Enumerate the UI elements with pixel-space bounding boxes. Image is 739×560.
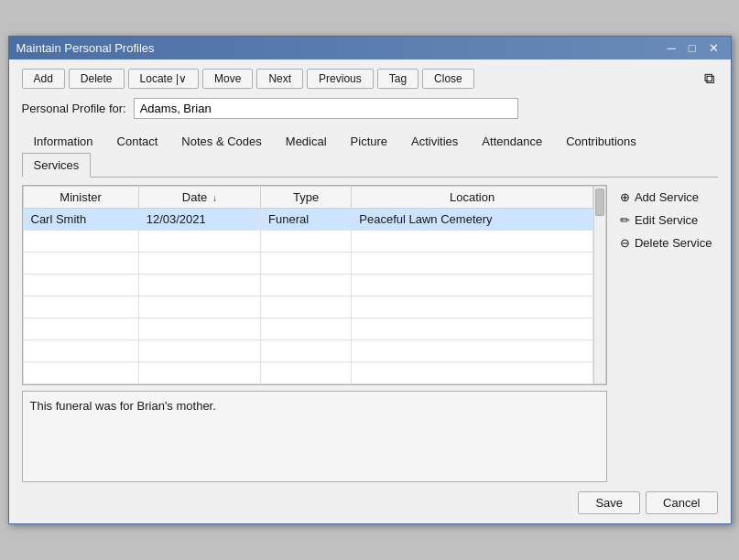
cell-minister — [23, 253, 138, 275]
table-row[interactable] — [23, 340, 592, 362]
cell-location — [352, 275, 593, 296]
locate-button[interactable]: Locate |∨ — [128, 69, 199, 89]
edit-service-button[interactable]: ✏ Edit Service — [614, 210, 718, 231]
scrollbar[interactable] — [593, 186, 606, 384]
col-type: Type — [261, 187, 352, 209]
tab-activities[interactable]: Activities — [399, 129, 470, 153]
table-row[interactable]: Carl Smith 12/03/2021 Funeral Peaceful L… — [23, 209, 592, 231]
table-body: Carl Smith 12/03/2021 Funeral Peaceful L… — [23, 209, 592, 384]
cell-location — [352, 362, 593, 384]
cell-date — [138, 296, 260, 318]
cell-type — [261, 275, 352, 296]
col-date[interactable]: Date ↓ — [138, 187, 260, 209]
delete-service-label: Delete Service — [635, 236, 712, 250]
minimize-button[interactable]: ─ — [662, 41, 679, 55]
table-header-row: Minister Date ↓ Type — [23, 187, 592, 209]
notes-text: This funeral was for Brian's mother. — [30, 399, 216, 413]
scrollbar-thumb[interactable] — [595, 188, 604, 216]
delete-icon: ⊖ — [620, 236, 630, 250]
cell-date: 12/03/2021 — [138, 209, 260, 231]
cell-location: Peaceful Lawn Cemetery — [352, 209, 593, 231]
tab-services[interactable]: Services — [22, 153, 92, 178]
table-row[interactable] — [23, 296, 592, 318]
tag-button[interactable]: Tag — [377, 69, 418, 89]
save-button[interactable]: Save — [578, 491, 640, 514]
services-table-container: Minister Date ↓ Type — [22, 185, 607, 385]
cell-type — [261, 318, 352, 340]
cell-minister — [23, 275, 138, 296]
table-row[interactable] — [23, 318, 592, 340]
maximize-icon[interactable]: ⧉ — [701, 69, 718, 89]
col-location: Location — [352, 187, 593, 209]
cell-minister — [23, 318, 138, 340]
cell-type — [261, 253, 352, 275]
add-icon: ⊕ — [620, 190, 630, 204]
cell-location — [352, 318, 593, 340]
add-service-button[interactable]: ⊕ Add Service — [614, 187, 718, 208]
delete-button[interactable]: Delete — [69, 69, 125, 89]
toolbar-close-button[interactable]: Close — [422, 69, 474, 89]
cell-date — [138, 275, 260, 296]
edit-icon: ✏ — [620, 213, 630, 227]
tab-information[interactable]: Information — [22, 129, 105, 153]
close-button[interactable]: ✕ — [704, 41, 723, 55]
title-bar: Maintain Personal Profiles ─ □ ✕ — [9, 37, 731, 59]
cell-minister: Carl Smith — [23, 209, 138, 231]
toolbar: Add Delete Locate |∨ Move Next Previous … — [22, 69, 718, 89]
content-area: Minister Date ↓ Type — [22, 185, 718, 482]
tab-attendance[interactable]: Attendance — [470, 129, 554, 153]
cancel-button[interactable]: Cancel — [646, 491, 717, 514]
table-row[interactable] — [23, 231, 592, 253]
profile-label: Personal Profile for: — [22, 102, 126, 115]
add-service-label: Add Service — [635, 190, 699, 204]
table-row[interactable] — [23, 275, 592, 296]
cell-minister — [23, 340, 138, 362]
tab-picture[interactable]: Picture — [339, 129, 399, 153]
cell-type — [261, 340, 352, 362]
cell-minister — [23, 362, 138, 384]
table-row[interactable] — [23, 362, 592, 384]
main-window: Maintain Personal Profiles ─ □ ✕ Add Del… — [8, 36, 732, 524]
cell-location — [352, 296, 593, 318]
delete-service-button[interactable]: ⊖ Delete Service — [614, 232, 718, 253]
tab-contributions[interactable]: Contributions — [554, 129, 648, 153]
tab-medical[interactable]: Medical — [274, 129, 339, 153]
tab-contact[interactable]: Contact — [105, 129, 170, 153]
title-bar-controls: ─ □ ✕ — [662, 41, 723, 55]
cell-type: Funeral — [261, 209, 352, 231]
side-actions: ⊕ Add Service ✏ Edit Service ⊖ Delete Se… — [614, 185, 718, 482]
cell-date — [138, 231, 260, 253]
cell-location — [352, 253, 593, 275]
tabs-row: Information Contact Notes & Codes Medica… — [22, 128, 718, 178]
cell-type — [261, 296, 352, 318]
tab-notes-codes[interactable]: Notes & Codes — [169, 129, 273, 153]
add-button[interactable]: Add — [22, 69, 65, 89]
footer-row: Save Cancel — [22, 482, 718, 514]
cell-minister — [23, 231, 138, 253]
window-title: Maintain Personal Profiles — [16, 41, 155, 55]
cell-date — [138, 362, 260, 384]
cell-location — [352, 340, 593, 362]
maximize-button[interactable]: □ — [684, 41, 701, 55]
cell-date — [138, 340, 260, 362]
profile-row: Personal Profile for: — [22, 98, 718, 119]
cell-date — [138, 318, 260, 340]
cell-minister — [23, 296, 138, 318]
sort-arrow: ↓ — [212, 193, 217, 203]
col-minister: Minister — [23, 187, 138, 209]
move-button[interactable]: Move — [202, 69, 253, 89]
profile-input[interactable] — [134, 98, 518, 119]
table-row[interactable] — [23, 253, 592, 275]
edit-service-label: Edit Service — [635, 213, 698, 227]
previous-button[interactable]: Previous — [307, 69, 374, 89]
cell-date — [138, 253, 260, 275]
table-scroll-inner: Minister Date ↓ Type — [23, 186, 593, 384]
table-section: Minister Date ↓ Type — [22, 185, 607, 482]
cell-type — [261, 231, 352, 253]
window-body: Add Delete Locate |∨ Move Next Previous … — [9, 59, 731, 523]
cell-type — [261, 362, 352, 384]
next-button[interactable]: Next — [256, 69, 303, 89]
cell-location — [352, 231, 593, 253]
notes-area: This funeral was for Brian's mother. — [22, 391, 607, 482]
services-table: Minister Date ↓ Type — [23, 186, 593, 384]
